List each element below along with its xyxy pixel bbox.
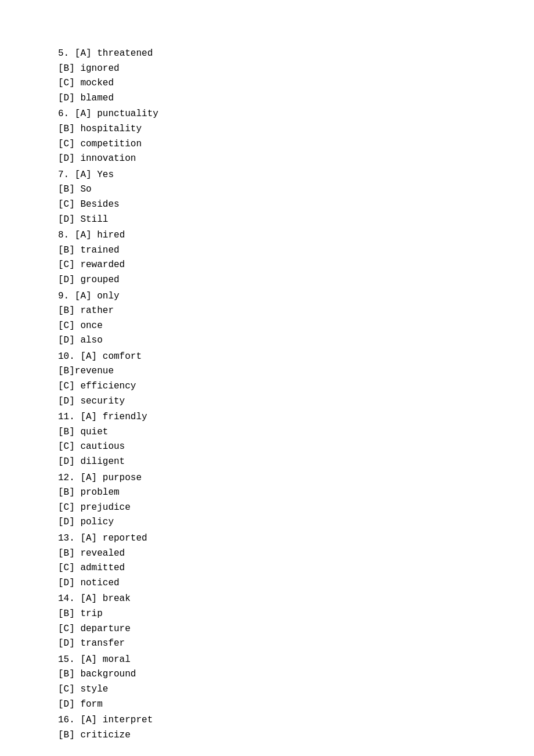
option-label: [D]: [58, 153, 80, 164]
option-line: [B] criticize: [58, 728, 476, 743]
option-line: [B] So: [58, 182, 476, 197]
option-line: [B] background: [58, 667, 476, 682]
option-text: blamed: [80, 93, 114, 103]
question-block: 14. [A] break [B] trip [C] departure [D]…: [58, 592, 476, 651]
option-label: [A]: [80, 351, 102, 362]
option-line: 5. [A] threatened: [58, 46, 476, 62]
option-label: [D]: [58, 578, 80, 588]
option-text: comfort: [103, 351, 142, 362]
question-number: 7.: [58, 170, 75, 180]
option-label: [A]: [75, 109, 97, 119]
option-text: revealed: [80, 548, 125, 559]
option-line: [D] transfer: [58, 636, 476, 651]
question-block: 13. [A] reported [B] revealed [C] admitt…: [58, 531, 476, 591]
option-line: [D] innovation: [58, 152, 476, 167]
option-label: [C]: [58, 502, 80, 513]
option-text: revenue: [75, 366, 114, 376]
option-label: [D]: [58, 699, 80, 710]
option-text: moral: [103, 654, 131, 665]
option-line: [C] cautious: [58, 440, 476, 455]
option-line: 10. [A] comfort: [58, 350, 476, 365]
option-line: 12. [A] purpose: [58, 471, 476, 486]
question-block: 5. [A] threatened [B] ignored [C] mocked…: [58, 46, 476, 106]
question-number: 8.: [58, 230, 75, 240]
option-line: [C] admitted: [58, 561, 476, 576]
option-label: [C]: [58, 381, 80, 391]
option-text: policy: [80, 517, 114, 527]
option-text: hired: [97, 230, 125, 240]
question-block: 6. [A] punctuality [B] hospitality [C] c…: [58, 107, 476, 166]
option-line: [B] ignored: [58, 62, 476, 77]
option-line: [B] quiet: [58, 425, 476, 440]
option-label: [D]: [58, 275, 80, 285]
option-text: break: [103, 593, 131, 604]
option-text: threatened: [97, 48, 153, 59]
option-text: rather: [80, 305, 114, 316]
option-line: [B] problem: [58, 485, 476, 501]
option-line: [D] form: [58, 697, 476, 712]
option-text: form: [80, 699, 102, 710]
option-line: [B] revealed: [58, 546, 476, 561]
question-number: 10.: [58, 351, 80, 362]
option-label: [A]: [80, 593, 102, 604]
option-text: problem: [80, 487, 119, 498]
option-label: [C]: [58, 199, 80, 210]
option-text: So: [80, 184, 91, 195]
option-label: [B]: [58, 548, 80, 559]
option-label: [B]: [58, 124, 80, 134]
option-text: hospitality: [80, 124, 142, 134]
option-label: [A]: [80, 715, 102, 725]
question-number: 16.: [58, 715, 80, 725]
option-line: [C] rewarded: [58, 258, 476, 273]
question-block: 8. [A] hired [B] trained [C] rewarded [D…: [58, 228, 476, 287]
option-text: Yes: [97, 170, 114, 180]
option-text: security: [80, 396, 125, 406]
option-label: [D]: [58, 214, 80, 225]
option-text: once: [80, 321, 102, 331]
option-label: [C]: [58, 139, 80, 149]
option-text: efficiency: [80, 381, 136, 391]
option-line: [C] departure: [58, 622, 476, 637]
option-text: criticize: [80, 730, 130, 740]
option-text: mocked: [80, 78, 114, 88]
option-line: [D] Still: [58, 213, 476, 228]
option-line: [D] grouped: [58, 273, 476, 288]
question-block: 10. [A] comfort [B]revenue [C] efficienc…: [58, 350, 476, 409]
question-number: 13.: [58, 533, 80, 543]
option-text: reported: [103, 533, 147, 543]
option-label: [C]: [58, 441, 80, 452]
option-label: [D]: [58, 335, 80, 345]
option-line: [C] Besides: [58, 197, 476, 213]
option-line: [D] also: [58, 333, 476, 348]
option-label: [B]: [58, 305, 80, 316]
option-line: [C] efficiency: [58, 379, 476, 394]
option-line: 9. [A] only: [58, 289, 476, 304]
option-label: [A]: [75, 48, 97, 59]
option-text: admitted: [80, 563, 125, 573]
option-text: cautious: [80, 441, 125, 452]
option-text: prejudice: [80, 502, 130, 513]
option-text: Still: [80, 214, 108, 225]
option-line: 8. [A] hired: [58, 228, 476, 243]
option-line: 11. [A] friendly: [58, 410, 476, 425]
option-label: [A]: [75, 291, 97, 301]
question-number: 12.: [58, 473, 80, 483]
option-text: quiet: [80, 427, 108, 437]
option-text: ignored: [80, 63, 119, 74]
option-label: [D]: [58, 456, 80, 467]
option-text: rewarded: [80, 260, 125, 270]
option-label: [A]: [75, 170, 97, 180]
option-line: [B] hospitality: [58, 122, 476, 137]
option-label: [C]: [58, 78, 80, 88]
option-line: 6. [A] punctuality: [58, 107, 476, 122]
option-label: [B]: [58, 669, 80, 679]
question-block: 9. [A] only [B] rather [C] once [D] also: [58, 289, 476, 348]
option-line: 7. [A] Yes: [58, 168, 476, 183]
question-number: 11.: [58, 412, 80, 422]
option-text: innovation: [80, 153, 136, 164]
option-label: [B]: [58, 609, 80, 619]
question-block: 7. [A] Yes [B] So [C] Besides [D] Still: [58, 168, 476, 227]
option-label: [D]: [58, 93, 80, 103]
question-block: 15. [A] moral [B] background [C] style […: [58, 653, 476, 712]
option-text: trained: [80, 245, 119, 255]
